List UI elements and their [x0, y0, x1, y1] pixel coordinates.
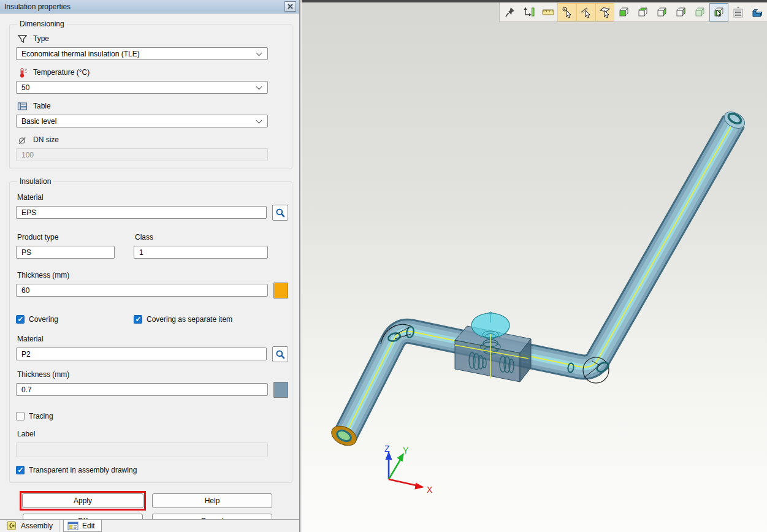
type-select[interactable]: Economical thermal insulation (TLE): [16, 47, 268, 60]
transparent-checkbox-row[interactable]: Transparent in assembly drawing: [16, 465, 288, 475]
dimensioning-group: Dimensioning Type Economical thermal ins…: [9, 20, 292, 169]
snap-points-button[interactable]: [557, 3, 576, 21]
assembly-icon: [6, 520, 17, 531]
magnifier-icon: [275, 349, 285, 359]
render-parts-top-button[interactable]: [633, 3, 652, 21]
render-parts-solid-button[interactable]: [614, 3, 633, 21]
apply-highlight-box: Apply: [20, 491, 146, 511]
dn-size-label: DN size: [33, 135, 59, 144]
thickness-input[interactable]: 60: [16, 284, 268, 297]
table-icon: [17, 101, 28, 112]
tracing-checkbox[interactable]: [16, 412, 25, 420]
magnifier-icon: [275, 208, 285, 218]
model-scene: Z Y X: [302, 2, 767, 532]
material-label: Material: [17, 193, 44, 202]
chevron-down-icon: [256, 117, 262, 123]
render-parts-top-icon: [637, 6, 649, 18]
insulation-group: Insulation Material EPS Product type PS: [9, 177, 292, 483]
close-icon: [288, 4, 293, 9]
transparent-checkbox[interactable]: [16, 466, 25, 474]
close-button[interactable]: [284, 1, 296, 12]
dn-size-field: 100: [16, 148, 268, 161]
covering-label: Covering: [29, 315, 58, 324]
snap-planes-button[interactable]: [595, 3, 614, 21]
render-parts-edge-icon: [675, 6, 687, 18]
table-label: Table: [33, 102, 51, 110]
label-label: Label: [17, 430, 35, 438]
tab-assembly[interactable]: Assembly: [2, 520, 59, 532]
dialog-content: Dimensioning Type Economical thermal ins…: [0, 13, 299, 519]
insulation-properties-dialog: Insulation properties Dimensioning Type …: [0, 0, 300, 532]
render-parts-edge-button[interactable]: [671, 3, 690, 21]
dialog-title: Insulation properties: [4, 2, 284, 11]
help-button[interactable]: Help: [152, 493, 272, 508]
apply-button[interactable]: Apply: [22, 493, 143, 508]
report-list-button[interactable]: [728, 3, 747, 21]
transparent-label: Transparent in assembly drawing: [29, 466, 137, 474]
temperature-label: Temperature (°C): [33, 68, 90, 77]
render-parts-side-button[interactable]: [652, 3, 671, 21]
covering-color-swatch[interactable]: [273, 382, 288, 398]
temperature-select[interactable]: 50: [16, 81, 268, 94]
product-type-label: Product type: [17, 233, 58, 241]
table-select[interactable]: Basic level: [16, 115, 268, 127]
tracing-label: Tracing: [29, 412, 53, 420]
edit-form-icon: [67, 520, 78, 531]
snap-planes-icon: [599, 6, 611, 18]
covering-material-input[interactable]: P2: [16, 348, 267, 360]
covering-checkbox-row[interactable]: Covering: [16, 314, 134, 324]
pin-button[interactable]: [500, 3, 519, 21]
snap-lines-icon: [580, 6, 592, 18]
covering-separate-checkbox[interactable]: [134, 315, 142, 324]
tracing-checkbox-row[interactable]: Tracing: [16, 411, 288, 421]
pipe-model[interactable]: [345, 121, 734, 436]
material-input[interactable]: EPS: [16, 206, 267, 219]
snapshot-toolbar: [499, 2, 767, 22]
axis-y-label: Y: [403, 446, 409, 455]
covering-thickness-label: Thickness (mm): [17, 370, 69, 379]
filter-funnel-icon: [17, 34, 28, 44]
snap-lines-button[interactable]: [576, 3, 595, 21]
measure-ruler-icon: [542, 6, 554, 18]
report-list-icon: [732, 6, 744, 18]
select-rendered-icon: [713, 6, 725, 18]
select-rendered-button[interactable]: [709, 3, 728, 21]
application-window: Insulation properties Dimensioning Type …: [0, 0, 767, 532]
axis-x-label: X: [427, 485, 433, 495]
product-type-input[interactable]: PS: [16, 246, 115, 259]
thickness-label: Thickness (mm): [17, 271, 69, 279]
type-label: Type: [33, 34, 49, 43]
covering-separate-checkbox-row[interactable]: Covering as separate item: [134, 314, 288, 324]
axis-z-label: Z: [384, 444, 390, 454]
covering-separate-label: Covering as separate item: [147, 315, 232, 324]
covering-thickness-input[interactable]: 0.7: [16, 383, 268, 396]
chevron-down-icon: [256, 50, 262, 56]
snap-points-icon: [561, 6, 573, 18]
covering-material-browse-button[interactable]: [272, 346, 288, 362]
shift-work-plane-button[interactable]: [519, 3, 538, 21]
shift-work-plane-icon: [523, 6, 535, 18]
thermometer-icon: [17, 67, 28, 78]
diameter-icon: [17, 135, 28, 145]
orientation-axes: Z Y X: [384, 444, 433, 495]
chevron-down-icon: [256, 83, 262, 89]
insulation-legend: Insulation: [17, 177, 53, 186]
profile-icon: [751, 6, 763, 18]
class-input[interactable]: 1: [134, 246, 268, 259]
covering-checkbox[interactable]: [16, 315, 25, 324]
label-field: [16, 443, 268, 457]
material-browse-button[interactable]: [272, 205, 288, 221]
covering-material-label: Material: [17, 335, 44, 343]
insulation-color-swatch[interactable]: [273, 283, 288, 298]
pin-icon: [504, 6, 516, 18]
dialog-tabbar: Assembly Edit: [0, 519, 299, 532]
class-label: Class: [135, 233, 153, 241]
render-parts-ghost-button[interactable]: [690, 3, 709, 21]
model-viewport[interactable]: Z Y X: [302, 0, 767, 532]
measure-button[interactable]: [538, 3, 557, 21]
render-parts-ghost-icon: [694, 6, 706, 18]
render-parts-solid-icon: [618, 6, 630, 18]
tab-edit[interactable]: Edit: [63, 520, 102, 532]
dialog-titlebar[interactable]: Insulation properties: [0, 0, 299, 13]
profile-button[interactable]: [747, 3, 766, 21]
